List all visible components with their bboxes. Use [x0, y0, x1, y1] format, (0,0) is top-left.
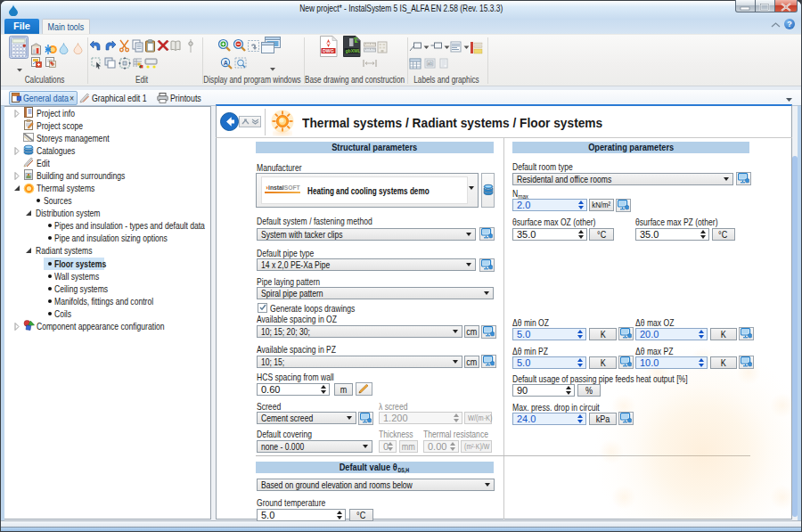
svg-text:A: A: [224, 60, 228, 66]
svg-text:gbXML: gbXML: [345, 48, 361, 53]
svg-text:ab: ab: [428, 61, 433, 66]
svg-text:DWG: DWG: [323, 48, 334, 53]
